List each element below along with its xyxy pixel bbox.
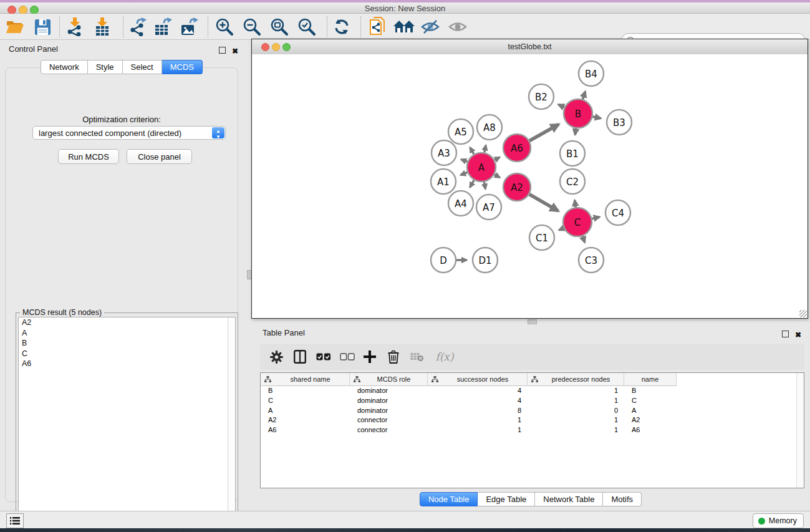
run-mcds-button[interactable]: Run MCDS: [58, 149, 119, 164]
graph-node-D[interactable]: D: [431, 248, 456, 273]
graph-node-B1[interactable]: B1: [560, 141, 585, 166]
graph-node-C3[interactable]: C3: [579, 248, 604, 273]
table-cell[interactable]: B: [624, 386, 677, 396]
table-row[interactable]: Bdominator41B: [261, 386, 677, 396]
table-cell[interactable]: 1: [528, 396, 624, 406]
edge-A-A8[interactable]: [485, 145, 486, 152]
edge-B-B2[interactable]: [559, 105, 565, 107]
mcds-result-item[interactable]: A: [19, 328, 235, 339]
tab-network[interactable]: Network: [41, 60, 88, 74]
mcds-result-item[interactable]: A2: [19, 317, 235, 328]
tab-motifs[interactable]: Motifs: [603, 492, 642, 506]
select-all-checkboxes-icon[interactable]: [315, 349, 332, 365]
table-cell[interactable]: C: [261, 396, 350, 406]
node-table[interactable]: shared nameMCDS rolesuccessor nodesprede…: [260, 372, 804, 488]
window-resize-grip[interactable]: [799, 310, 807, 317]
open-session-icon[interactable]: [5, 17, 25, 37]
table-cell[interactable]: A: [624, 406, 677, 416]
graph-node-A6[interactable]: A6: [503, 134, 531, 162]
table-cell[interactable]: A6: [261, 425, 350, 435]
network-window-titlebar[interactable]: testGlobe.txt: [252, 39, 808, 55]
home-view-icon[interactable]: [393, 17, 415, 37]
import-network-icon[interactable]: [65, 17, 85, 37]
mcds-result-list[interactable]: A2ABCA6: [18, 317, 236, 523]
edge-A-A7[interactable]: [484, 182, 485, 189]
table-cell[interactable]: 4: [428, 386, 528, 396]
add-column-icon[interactable]: [361, 349, 378, 365]
clone-network-icon[interactable]: [368, 17, 388, 37]
zoom-out-icon[interactable]: [242, 17, 262, 37]
criterion-dropdown[interactable]: largest connected component (directed) ▲…: [32, 126, 226, 140]
table-cell[interactable]: dominator: [350, 406, 428, 416]
float-panel-icon[interactable]: [782, 331, 789, 337]
save-session-icon[interactable]: [32, 17, 52, 37]
export-image-icon[interactable]: [180, 17, 200, 37]
edge-A6-B[interactable]: [529, 125, 559, 141]
column-header-successor-nodes[interactable]: successor nodes: [428, 373, 528, 386]
graph-node-A1[interactable]: A1: [431, 169, 456, 194]
graph-node-A2[interactable]: A2: [503, 173, 531, 201]
network-canvas[interactable]: AA1A2A3A4A5A6A7A8BB1B2B3B4CC1C2C3C4DD1: [252, 54, 808, 318]
table-row[interactable]: Cdominator41C: [261, 396, 677, 406]
tab-network-table[interactable]: Network Table: [535, 492, 603, 506]
graph-node-B3[interactable]: B3: [607, 110, 632, 135]
tab-mcds[interactable]: MCDS: [162, 60, 203, 74]
task-history-button[interactable]: [6, 513, 24, 528]
table-cell[interactable]: 1: [528, 386, 624, 396]
mcds-result-item[interactable]: A6: [19, 359, 235, 369]
graph-node-C2[interactable]: C2: [560, 169, 585, 194]
column-header-predecessor-nodes[interactable]: predecessor nodes: [528, 373, 624, 386]
close-panel-button[interactable]: Close panel: [127, 149, 192, 164]
table-cell[interactable]: connector: [350, 415, 428, 425]
graph-node-A4[interactable]: A4: [448, 191, 473, 216]
table-cell[interactable]: A6: [624, 425, 677, 435]
zoom-selected-icon[interactable]: [297, 17, 317, 37]
tab-node-table[interactable]: Node Table: [420, 492, 478, 506]
graph-node-C1[interactable]: C1: [529, 225, 554, 250]
table-cell[interactable]: 1: [428, 415, 528, 425]
column-layout-icon[interactable]: [291, 349, 309, 365]
graph-node-C4[interactable]: C4: [605, 200, 630, 225]
graph-node-A[interactable]: A: [467, 153, 496, 181]
graph-node-B4[interactable]: B4: [579, 61, 604, 86]
settings-gear-icon[interactable]: [268, 349, 285, 365]
graph-node-B[interactable]: B: [564, 99, 592, 128]
delete-column-trash-icon[interactable]: [385, 349, 402, 365]
table-cell[interactable]: A2: [261, 415, 350, 425]
table-row[interactable]: A6connector11A6: [261, 425, 677, 435]
deselect-all-checkboxes-icon[interactable]: [339, 349, 356, 365]
edge-A-A5[interactable]: [470, 148, 474, 155]
column-header-shared-name[interactable]: shared name: [261, 373, 350, 386]
hide-selected-eye-icon[interactable]: [420, 17, 440, 37]
tab-select[interactable]: Select: [123, 60, 162, 74]
table-cell[interactable]: A: [261, 406, 350, 416]
edge-A-A2[interactable]: [494, 175, 500, 178]
table-cell[interactable]: A2: [624, 415, 677, 425]
edge-C-C4[interactable]: [592, 217, 599, 219]
graph-node-D1[interactable]: D1: [473, 248, 498, 273]
table-cell[interactable]: 0: [528, 406, 624, 416]
column-header-name[interactable]: name: [624, 373, 677, 386]
export-network-icon[interactable]: [128, 17, 148, 37]
memory-button[interactable]: Memory: [753, 513, 804, 528]
edge-C-C3[interactable]: [582, 236, 585, 243]
close-panel-icon[interactable]: ✖: [795, 331, 801, 339]
show-selected-eye-icon[interactable]: [448, 17, 468, 37]
mcds-result-item[interactable]: B: [19, 338, 235, 349]
table-cell[interactable]: 1: [528, 415, 624, 425]
table-cell[interactable]: C: [624, 396, 677, 406]
tab-style[interactable]: Style: [88, 60, 123, 74]
table-cell[interactable]: dominator: [350, 386, 428, 396]
graph-node-A8[interactable]: A8: [477, 115, 502, 140]
table-cell[interactable]: 1: [428, 425, 528, 435]
table-cell[interactable]: 8: [428, 406, 528, 416]
zoom-fit-icon[interactable]: [269, 17, 289, 37]
mcds-result-item[interactable]: C: [19, 349, 235, 359]
graph-node-C[interactable]: C: [563, 208, 592, 236]
graph-node-A3[interactable]: A3: [432, 140, 456, 165]
edge-A-A3[interactable]: [461, 160, 468, 162]
zoom-in-icon[interactable]: [215, 17, 234, 37]
float-panel-icon[interactable]: [219, 47, 226, 54]
delete-table-icon[interactable]: [408, 349, 426, 365]
table-cell[interactable]: 1: [528, 425, 624, 435]
